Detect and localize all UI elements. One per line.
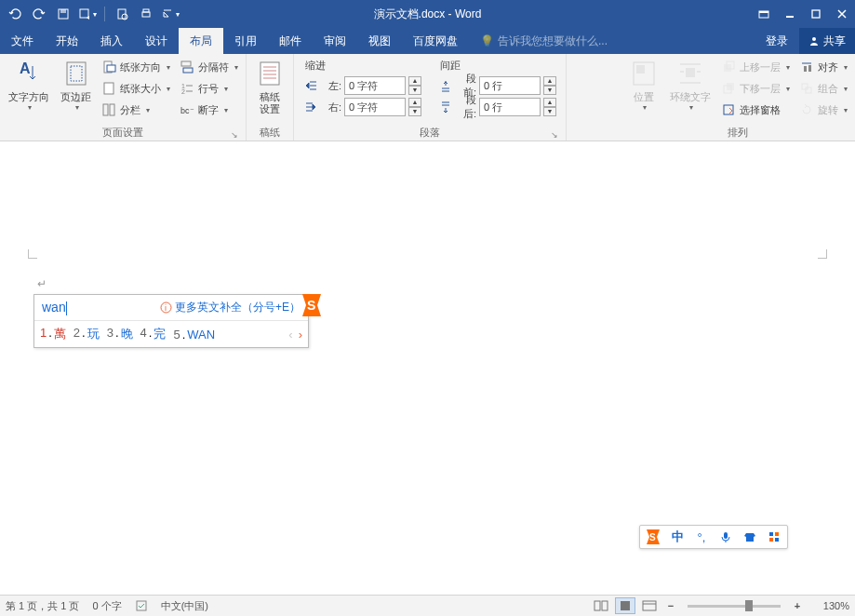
- svg-rect-58: [137, 601, 146, 610]
- person-icon: [808, 35, 820, 47]
- ime-cand-2[interactable]: 2.玩: [73, 326, 100, 342]
- margins-icon: [61, 59, 91, 88]
- ime-cand-1[interactable]: 1.萬: [40, 326, 66, 342]
- hyphenation-icon: bc⁻: [180, 102, 194, 117]
- view-print-layout[interactable]: [615, 597, 635, 614]
- zoom-slider[interactable]: [688, 605, 781, 608]
- indent-left-input[interactable]: 0 字符: [344, 76, 406, 95]
- sogou-icon[interactable]: S: [644, 528, 662, 546]
- paragraph-launcher[interactable]: [549, 128, 560, 140]
- rotate-button: 旋转▾: [795, 100, 851, 120]
- ime-cand-3[interactable]: 3.晚: [107, 326, 133, 342]
- margins-button[interactable]: 页边距▾: [56, 57, 96, 114]
- tab-review[interactable]: 审阅: [313, 28, 357, 54]
- svg-rect-19: [110, 104, 114, 115]
- svg-rect-34: [686, 68, 695, 77]
- ime-cand-4[interactable]: 4.完: [140, 326, 167, 342]
- qat-customize-button[interactable]: ▾: [159, 3, 181, 25]
- lightbulb-icon: 💡: [480, 34, 494, 47]
- tab-file[interactable]: 文件: [0, 28, 45, 54]
- save-button[interactable]: [52, 3, 74, 25]
- ime-prev-page[interactable]: ‹: [288, 328, 292, 341]
- wrap-icon: [675, 59, 705, 88]
- spin-up[interactable]: ▲: [543, 76, 556, 86]
- svg-rect-14: [71, 66, 82, 81]
- columns-button[interactable]: 分栏▾: [98, 100, 174, 120]
- size-button[interactable]: 纸张大小▾: [98, 78, 174, 99]
- spin-down[interactable]: ▼: [543, 107, 556, 116]
- hyphenation-button[interactable]: bc⁻断字▾: [176, 100, 242, 120]
- save-as-button[interactable]: ▾: [76, 3, 99, 25]
- svg-rect-41: [727, 83, 734, 90]
- selection-pane-button[interactable]: 选择窗格: [717, 100, 794, 120]
- tab-home[interactable]: 开始: [45, 28, 89, 54]
- undo-button[interactable]: [4, 3, 26, 25]
- zoom-in-button[interactable]: +: [790, 600, 805, 611]
- info-icon: i: [160, 301, 172, 314]
- svg-text:A: A: [20, 60, 31, 76]
- maximize-button[interactable]: [803, 0, 829, 28]
- page-setup-launcher[interactable]: [229, 128, 240, 140]
- spin-up[interactable]: ▲: [408, 98, 421, 107]
- status-language[interactable]: 中文(中国): [161, 599, 208, 613]
- group-page-setup: A 文字方向▾ 页边距▾ 纸张方向▾ 纸张大小▾ 分栏▾ 分隔符▾ 12行号▾ …: [0, 54, 247, 141]
- svg-rect-54: [769, 532, 773, 536]
- breaks-button[interactable]: 分隔符▾: [176, 57, 242, 77]
- tab-design[interactable]: 设计: [134, 28, 179, 54]
- tab-references[interactable]: 引用: [223, 28, 268, 54]
- print-preview-button[interactable]: [111, 3, 133, 25]
- manuscript-settings-button[interactable]: 稿纸 设置: [250, 57, 289, 117]
- spacing-after-input[interactable]: 0 行: [479, 98, 541, 116]
- spin-up[interactable]: ▲: [408, 76, 421, 86]
- redo-button[interactable]: [28, 3, 50, 25]
- ime-status-toolbar[interactable]: S 中 °,: [639, 525, 788, 549]
- tab-insert[interactable]: 插入: [89, 28, 134, 54]
- zoom-level[interactable]: 130%: [814, 600, 849, 611]
- ime-voice-button[interactable]: [716, 528, 735, 546]
- zoom-thumb[interactable]: [745, 600, 753, 611]
- tab-view[interactable]: 视图: [357, 28, 402, 54]
- ime-cand-5[interactable]: 5.WAN: [173, 328, 215, 341]
- spin-down[interactable]: ▼: [408, 107, 421, 116]
- line-numbers-button[interactable]: 12行号▾: [176, 78, 242, 99]
- indent-right-row: 右: 0 字符 ▲▼: [303, 97, 421, 117]
- tell-me-search[interactable]: 💡 告诉我您想要做什么...: [480, 28, 608, 54]
- spin-up[interactable]: ▲: [543, 98, 556, 107]
- text-direction-button[interactable]: A 文字方向▾: [4, 57, 54, 114]
- group-manuscript: 稿纸 设置 稿纸: [247, 54, 294, 141]
- orientation-icon: [101, 60, 116, 74]
- svg-rect-61: [621, 601, 630, 610]
- tab-mailings[interactable]: 邮件: [268, 28, 313, 54]
- tab-layout[interactable]: 布局: [179, 28, 223, 54]
- view-read-mode[interactable]: [591, 597, 611, 614]
- status-proofing-icon[interactable]: [135, 599, 148, 612]
- ime-toolbox-button[interactable]: [765, 528, 783, 546]
- close-button[interactable]: [829, 0, 855, 28]
- svg-rect-48: [806, 87, 811, 93]
- spin-down[interactable]: ▼: [408, 86, 421, 95]
- share-button[interactable]: 共享: [799, 28, 855, 54]
- ime-lang-toggle[interactable]: 中: [668, 528, 687, 546]
- ribbon-display-button[interactable]: [751, 0, 777, 28]
- orientation-button[interactable]: 纸张方向▾: [98, 57, 174, 77]
- login-button[interactable]: 登录: [755, 28, 799, 54]
- align-button[interactable]: 对齐▾: [795, 57, 851, 77]
- view-web-layout[interactable]: [639, 597, 660, 614]
- page-corner-left: [28, 249, 37, 259]
- ime-next-page[interactable]: ›: [299, 328, 302, 341]
- print-button[interactable]: [135, 3, 157, 25]
- zoom-out-button[interactable]: −: [663, 600, 678, 611]
- status-words[interactable]: 0 个字: [92, 599, 121, 613]
- sogou-logo-icon: S: [299, 292, 325, 318]
- ime-skin-button[interactable]: [741, 528, 759, 546]
- minimize-button[interactable]: [777, 0, 803, 28]
- tab-baidu[interactable]: 百度网盘: [402, 28, 469, 54]
- spacing-title: 间距: [438, 59, 556, 73]
- indent-right-input[interactable]: 0 字符: [344, 98, 406, 116]
- indent-left-row: 左: 0 字符 ▲▼: [303, 75, 421, 96]
- spacing-before-input[interactable]: 0 行: [479, 76, 541, 95]
- ime-hint[interactable]: i 更多英文补全（分号+E）: [160, 300, 301, 315]
- ime-punct-toggle[interactable]: °,: [692, 528, 711, 546]
- status-page[interactable]: 第 1 页，共 1 页: [6, 599, 79, 613]
- spin-down[interactable]: ▼: [543, 86, 556, 95]
